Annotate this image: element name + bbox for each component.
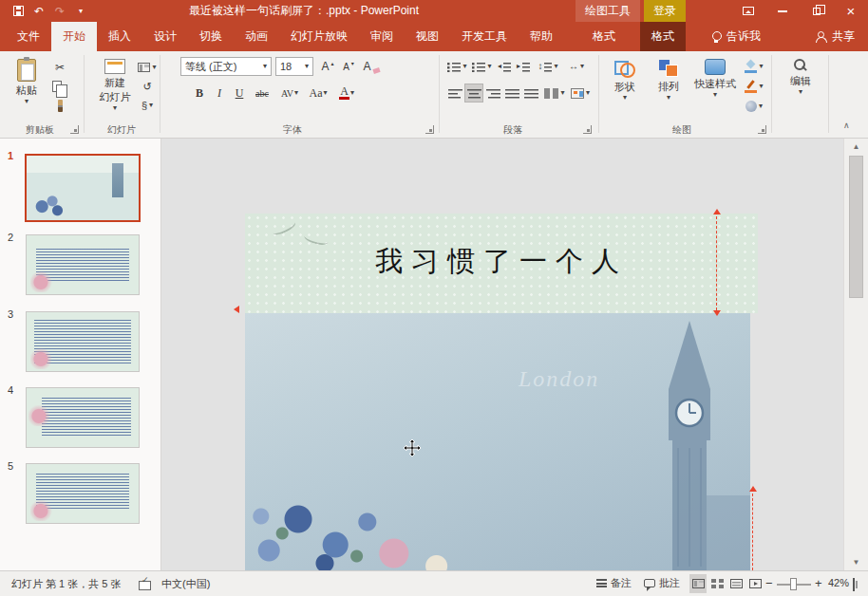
clear-formatting-button[interactable]: A — [361, 58, 382, 75]
scrollbar-thumb[interactable] — [849, 156, 863, 298]
font-family-select[interactable]: 等线 (正文) ▾ — [180, 57, 272, 76]
minimize-icon — [778, 10, 787, 12]
zoom-level[interactable]: 42% — [828, 577, 849, 588]
reset-slide-button[interactable]: ↺ — [137, 78, 158, 95]
shape-fill-button[interactable]: ▾ — [743, 58, 765, 75]
font-color-button[interactable]: A▾ — [334, 84, 359, 102]
slide-thumbnail-1[interactable] — [25, 154, 141, 222]
close-button[interactable]: × — [834, 0, 868, 22]
justify-button[interactable] — [503, 84, 520, 102]
slide-canvas[interactable]: 我习惯了一个人 London — [161, 139, 843, 570]
tab-home[interactable]: 开始 — [51, 22, 97, 51]
signin-button[interactable]: 登录 — [644, 0, 686, 22]
slide-layout-button[interactable]: ▾ — [137, 59, 158, 76]
move-cursor — [403, 438, 422, 457]
increase-indent-button[interactable]: ▸ — [515, 58, 532, 75]
slide-thumbnail-5[interactable] — [26, 463, 140, 524]
numbering-button[interactable]: ▾ — [471, 58, 492, 75]
tab-help[interactable]: 帮助 — [519, 22, 564, 51]
new-slide-button[interactable]: 新建 幻灯片 ▾ — [89, 53, 141, 121]
redo-button[interactable]: ↷ — [49, 0, 70, 22]
chevron-down-icon: ▾ — [462, 64, 466, 69]
undo-button[interactable]: ↶ — [28, 0, 49, 22]
tab-view[interactable]: 视图 — [405, 22, 450, 51]
character-spacing-button[interactable]: AV▾ — [277, 84, 302, 102]
font-dialog-launcher[interactable] — [425, 125, 434, 134]
decrease-font-size-button[interactable]: A▾ — [338, 58, 359, 75]
scrollbar-up-button[interactable]: ▲ — [844, 142, 868, 151]
slide-thumbnail-3[interactable] — [26, 311, 140, 372]
slide-thumbnail-4[interactable] — [26, 387, 140, 448]
tab-file[interactable]: 文件 — [6, 22, 51, 51]
share-button[interactable]: 共享 — [807, 22, 862, 51]
leaf-decoration — [271, 218, 297, 237]
shape-outline-button[interactable]: ▾ — [743, 78, 765, 95]
slide-image[interactable]: London — [245, 313, 750, 570]
underline-button[interactable]: U — [230, 84, 249, 102]
leftright-arrow-icon: ↔ — [569, 62, 578, 71]
view-normal-button[interactable] — [689, 574, 707, 593]
shape-effects-button[interactable]: ▾ — [743, 98, 765, 115]
editing-button[interactable]: 编辑 ▾ — [777, 53, 824, 121]
increase-font-size-button[interactable]: A▴ — [317, 58, 338, 75]
format-painter-button[interactable] — [49, 97, 70, 114]
view-reading-button[interactable] — [727, 574, 745, 593]
fit-to-window-button[interactable] — [853, 579, 855, 590]
text-direction-button[interactable]: ↔▾ — [564, 58, 589, 75]
tab-review[interactable]: 审阅 — [359, 22, 405, 51]
bullets-button[interactable]: ▾ — [446, 58, 467, 75]
change-case-button[interactable]: Aa▾ — [306, 84, 330, 102]
restore-button[interactable] — [800, 0, 834, 22]
vertical-scrollbar[interactable]: ▲ ▼ — [843, 139, 868, 570]
customize-qat-button[interactable]: ▾ — [70, 0, 91, 22]
language-label[interactable]: 中文(中国) — [161, 577, 210, 591]
tab-animations[interactable]: 动画 — [234, 22, 279, 51]
quick-styles-button[interactable]: 快速样式 ▾ — [691, 53, 739, 121]
ribbon-display-options-button[interactable] — [731, 0, 765, 22]
minimize-button[interactable] — [765, 0, 800, 22]
font-size-select[interactable]: 18 ▾ — [275, 57, 313, 76]
decrease-indent-button[interactable]: ◂ — [496, 58, 513, 75]
clipboard-dialog-launcher[interactable] — [70, 125, 79, 134]
align-right-button[interactable] — [484, 84, 501, 102]
distribute-button[interactable] — [522, 84, 539, 102]
save-button[interactable] — [8, 0, 28, 22]
tellme-box[interactable]: 告诉我 — [705, 22, 768, 51]
view-slideshow-button[interactable] — [746, 574, 764, 593]
bold-button[interactable]: B — [190, 84, 209, 102]
comments-button[interactable]: 批注 — [644, 576, 680, 590]
zoom-slider-handle[interactable] — [790, 578, 797, 590]
tab-format-2[interactable]: 格式 — [640, 22, 686, 51]
section-button[interactable]: §▾ — [137, 97, 158, 114]
collapse-ribbon-button[interactable]: ∧ — [843, 121, 850, 130]
tab-format-drawing-tools[interactable]: 格式 — [581, 22, 627, 51]
align-center-button[interactable] — [465, 84, 482, 102]
convert-smartart-button[interactable]: ▾ — [568, 84, 593, 102]
tab-slideshow[interactable]: 幻灯片放映 — [279, 22, 359, 51]
arrange-button[interactable]: 排列 ▾ — [648, 53, 689, 121]
align-left-button[interactable] — [446, 84, 463, 102]
paste-button[interactable]: 粘贴 ▾ — [6, 53, 47, 121]
italic-button[interactable]: I — [210, 84, 229, 102]
cut-button[interactable]: ✂ — [49, 59, 70, 76]
zoom-out-button[interactable]: − — [765, 576, 773, 590]
zoom-in-button[interactable]: + — [815, 576, 822, 590]
quick-styles-icon — [705, 59, 726, 75]
tab-transitions[interactable]: 切换 — [188, 22, 234, 51]
slide-thumbnail-2[interactable] — [26, 234, 140, 295]
line-spacing-button[interactable]: ↕▾ — [536, 58, 560, 75]
shapes-button[interactable]: 形状 ▾ — [604, 53, 646, 121]
drawing-dialog-launcher[interactable] — [758, 125, 766, 134]
paragraph-dialog-launcher[interactable] — [583, 125, 592, 134]
tab-design[interactable]: 设计 — [142, 22, 188, 51]
copy-button[interactable]: ▾ — [49, 78, 70, 95]
tab-insert[interactable]: 插入 — [97, 22, 142, 51]
tab-developer[interactable]: 开发工具 — [450, 22, 519, 51]
strikethrough-button[interactable]: abc — [251, 84, 274, 102]
scrollbar-down-button[interactable]: ▼ — [844, 558, 868, 567]
columns-button[interactable]: ▾ — [543, 84, 566, 102]
view-slide-sorter-button[interactable] — [708, 574, 726, 593]
slide-title[interactable]: 我习惯了一个人 — [245, 243, 758, 281]
arrange-icon — [658, 59, 679, 78]
notes-button[interactable]: 备注 — [596, 576, 632, 590]
